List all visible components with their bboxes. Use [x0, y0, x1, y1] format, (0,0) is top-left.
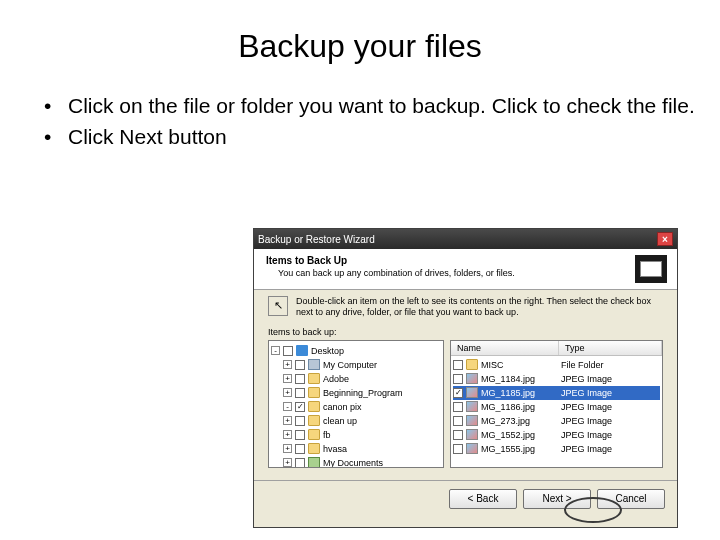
- section-label: Items to back up:: [268, 327, 663, 337]
- cancel-button[interactable]: Cancel: [597, 489, 665, 509]
- checkbox[interactable]: [295, 360, 305, 370]
- file-name: MG_1186.jpg: [481, 402, 561, 412]
- file-type: File Folder: [561, 360, 643, 370]
- file-icon: [466, 373, 478, 384]
- folder-icon: [308, 401, 320, 412]
- file-type: JPEG Image: [561, 416, 643, 426]
- file-name: MG_1184.jpg: [481, 374, 561, 384]
- file-icon: [466, 387, 478, 398]
- expander-icon[interactable]: +: [283, 458, 292, 467]
- tree-row[interactable]: +clean up: [271, 414, 441, 428]
- tree-row[interactable]: +fb: [271, 428, 441, 442]
- file-name: MG_1185.jpg: [481, 388, 561, 398]
- list-header[interactable]: Name Type: [451, 341, 662, 356]
- checkbox[interactable]: [453, 416, 463, 426]
- checkbox[interactable]: [295, 416, 305, 426]
- bullet-1: Click on the file or folder you want to …: [44, 93, 720, 120]
- bullet-2: Click Next button: [44, 124, 720, 151]
- file-icon: [466, 359, 478, 370]
- tree-row[interactable]: +Beginning_Program: [271, 386, 441, 400]
- backup-wizard-window: Backup or Restore Wizard × Items to Back…: [253, 228, 678, 528]
- expander-icon[interactable]: +: [283, 430, 292, 439]
- expander-icon[interactable]: +: [283, 444, 292, 453]
- checkbox[interactable]: [295, 388, 305, 398]
- tree-label: hvasa: [323, 444, 441, 454]
- tree-label: Adobe: [323, 374, 441, 384]
- checkbox[interactable]: [453, 374, 463, 384]
- wizard-header-icon: [635, 255, 667, 283]
- checkbox[interactable]: [453, 444, 463, 454]
- file-type: JPEG Image: [561, 444, 643, 454]
- folder-icon: [308, 373, 320, 384]
- folder-icon: [308, 429, 320, 440]
- checkbox[interactable]: ✓: [453, 388, 463, 398]
- file-icon: [466, 443, 478, 454]
- slide-bullets: Click on the file or folder you want to …: [44, 93, 720, 151]
- file-icon: [466, 401, 478, 412]
- file-icon: [466, 429, 478, 440]
- list-row[interactable]: MG_1186.jpgJPEG Image: [453, 400, 660, 414]
- tree-label: My Documents: [323, 458, 441, 468]
- list-row[interactable]: MG_1552.jpgJPEG Image: [453, 428, 660, 442]
- expander-icon[interactable]: -: [283, 402, 292, 411]
- folder-tree[interactable]: -Desktop+My Computer+Adobe+Beginning_Pro…: [268, 340, 444, 468]
- checkbox[interactable]: [453, 430, 463, 440]
- tree-row[interactable]: +My Computer: [271, 358, 441, 372]
- folder-icon: [308, 359, 320, 370]
- folder-icon: [296, 345, 308, 356]
- folder-icon: [308, 415, 320, 426]
- list-row[interactable]: ✓MG_1185.jpgJPEG Image: [453, 386, 660, 400]
- checkbox[interactable]: [295, 458, 305, 468]
- tree-label: fb: [323, 430, 441, 440]
- next-button[interactable]: Next >: [523, 489, 591, 509]
- col-type[interactable]: Type: [559, 341, 662, 355]
- list-row[interactable]: MG_1555.jpgJPEG Image: [453, 442, 660, 456]
- list-row[interactable]: MISCFile Folder: [453, 358, 660, 372]
- expander-icon[interactable]: +: [283, 416, 292, 425]
- expander-icon[interactable]: -: [271, 346, 280, 355]
- wizard-header: Items to Back Up You can back up any com…: [254, 249, 677, 290]
- titlebar[interactable]: Backup or Restore Wizard ×: [254, 229, 677, 249]
- tree-row[interactable]: +hvasa: [271, 442, 441, 456]
- file-name: MG_1552.jpg: [481, 430, 561, 440]
- checkbox[interactable]: [295, 374, 305, 384]
- tree-row[interactable]: -✓canon pix: [271, 400, 441, 414]
- checkbox[interactable]: [283, 346, 293, 356]
- file-type: JPEG Image: [561, 388, 643, 398]
- tree-label: Desktop: [311, 346, 441, 356]
- tree-label: My Computer: [323, 360, 441, 370]
- back-button[interactable]: < Back: [449, 489, 517, 509]
- tree-label: clean up: [323, 416, 441, 426]
- tree-label: Beginning_Program: [323, 388, 441, 398]
- tree-label: canon pix: [323, 402, 441, 412]
- cursor-checkbox-icon: ↖: [268, 296, 288, 316]
- slide-title: Backup your files: [0, 28, 720, 65]
- col-name[interactable]: Name: [451, 341, 559, 355]
- expander-icon[interactable]: +: [283, 374, 292, 383]
- checkbox[interactable]: ✓: [295, 402, 305, 412]
- tree-row[interactable]: +Adobe: [271, 372, 441, 386]
- file-name: MG_273.jpg: [481, 416, 561, 426]
- file-type: JPEG Image: [561, 374, 643, 384]
- file-list[interactable]: Name Type MISCFile FolderMG_1184.jpgJPEG…: [450, 340, 663, 468]
- tree-row[interactable]: +My Documents: [271, 456, 441, 468]
- checkbox[interactable]: [453, 360, 463, 370]
- close-icon[interactable]: ×: [657, 232, 673, 246]
- file-type: JPEG Image: [561, 402, 643, 412]
- expander-icon[interactable]: +: [283, 360, 292, 369]
- wizard-footer: < Back Next > Cancel: [254, 481, 677, 519]
- file-name: MISC: [481, 360, 561, 370]
- header-subtitle: You can back up any combination of drive…: [266, 268, 635, 278]
- titlebar-text: Backup or Restore Wizard: [258, 234, 657, 245]
- folder-icon: [308, 457, 320, 468]
- tree-row[interactable]: -Desktop: [271, 344, 441, 358]
- checkbox[interactable]: [295, 444, 305, 454]
- instruction-text: Double-click an item on the left to see …: [296, 296, 663, 319]
- list-row[interactable]: MG_1184.jpgJPEG Image: [453, 372, 660, 386]
- list-row[interactable]: MG_273.jpgJPEG Image: [453, 414, 660, 428]
- folder-icon: [308, 443, 320, 454]
- checkbox[interactable]: [295, 430, 305, 440]
- file-type: JPEG Image: [561, 430, 643, 440]
- expander-icon[interactable]: +: [283, 388, 292, 397]
- checkbox[interactable]: [453, 402, 463, 412]
